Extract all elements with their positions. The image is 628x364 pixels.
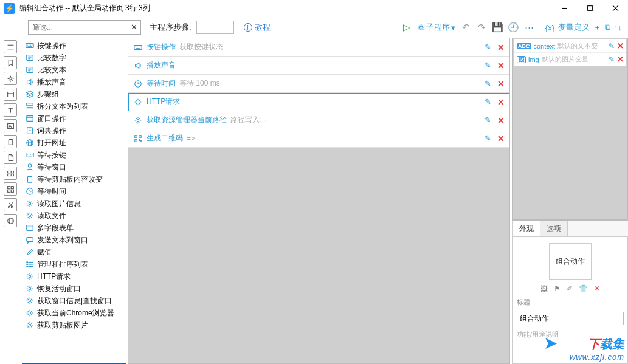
tutorial-link[interactable]: i教程 [244, 22, 271, 33]
more-icon[interactable]: ⋯ [525, 22, 534, 32]
actionlib-item[interactable]: 等待时间 [22, 185, 126, 197]
rail-windows-icon[interactable] [4, 167, 17, 180]
shirt-icon[interactable]: 👕 [579, 284, 588, 293]
rail-gear-icon[interactable] [4, 72, 17, 85]
var-delete-icon[interactable]: ✕ [617, 41, 624, 50]
actionlib-item-label: 窗口操作 [37, 114, 66, 124]
actionlib-item[interactable]: 播放声音 [22, 76, 126, 88]
actionlib-item[interactable]: 读取文件 [22, 210, 126, 222]
step-edit-icon[interactable]: ✎ [485, 97, 491, 106]
step-delete-icon[interactable]: ✕ [497, 43, 505, 52]
step-row[interactable]: 等待时间 等待 100 ms ✎ ✕ [128, 75, 509, 93]
main-steps-input[interactable] [196, 21, 234, 34]
actionlib-item[interactable]: 等待剪贴板内容改变 [22, 173, 126, 185]
svg-point-76 [27, 262, 28, 263]
step-delete-icon[interactable]: ✕ [497, 134, 505, 143]
run-icon[interactable]: ▷ [402, 22, 412, 32]
actionlib-item[interactable]: 发送文本到窗口 [22, 234, 126, 246]
svg-rect-45 [27, 103, 33, 106]
actionlib-item-label: 等待时间 [37, 187, 66, 197]
actionlib-item[interactable]: 等待窗口 [22, 161, 126, 173]
var-copy-icon[interactable]: ⧉ [605, 22, 610, 32]
step-delete-icon[interactable]: ✕ [497, 115, 505, 125]
actionlib-item[interactable]: 按键操作 [22, 39, 126, 52]
actionlib-item[interactable]: HTTP请求 [22, 270, 126, 283]
step-edit-icon[interactable]: ✎ [485, 115, 491, 125]
rail-clipboard-icon[interactable] [4, 135, 17, 148]
close-button[interactable] [602, 0, 628, 17]
actionlib-item[interactable]: 比较文本 [22, 64, 126, 76]
svg-point-94 [137, 119, 139, 122]
actionlib-item-label: 等待窗口 [37, 162, 66, 173]
step-edit-icon[interactable]: ✎ [485, 43, 491, 52]
actionlib-item[interactable]: 赋值 [22, 246, 126, 258]
minimize-button[interactable] [551, 0, 577, 17]
step-detail: 获取按键状态 [179, 42, 223, 52]
actionlib-item[interactable]: 词典操作 [22, 125, 126, 137]
var-edit-icon[interactable]: ✎ [609, 42, 615, 50]
var-add-icon[interactable]: ＋ [593, 22, 601, 33]
tab-options[interactable]: 选项 [540, 221, 568, 236]
step-edit-icon[interactable]: ✎ [485, 79, 491, 88]
actionlib-item[interactable]: 拆分文本为列表 [22, 100, 126, 112]
actionlib-item[interactable]: 多字段表单 [22, 222, 126, 234]
subroutine-dropdown[interactable]: ♽ 子程序 ▾ [418, 22, 455, 33]
variable-row[interactable]: ABC context 默认的文本变 ✎ ✕ [514, 39, 626, 53]
actionlib-item-label: 步骤组 [37, 89, 59, 100]
flag-icon[interactable]: ⚑ [554, 284, 561, 293]
var-delete-icon[interactable]: ✕ [617, 55, 624, 64]
rail-menu-icon[interactable] [4, 40, 17, 53]
step-row[interactable]: 播放声音 ✎ ✕ [128, 57, 509, 75]
variable-row[interactable]: 🖼 img 默认的图片变量 ✎ ✕ [514, 53, 626, 66]
history-icon[interactable]: 🕘 [509, 22, 519, 32]
actionlib-item[interactable]: 打开网址 [22, 137, 126, 149]
rail-bookmark-icon[interactable] [4, 56, 17, 69]
filter-wrap: ✕ [28, 20, 141, 35]
step-delete-icon[interactable]: ✕ [497, 97, 505, 107]
rail-window-icon[interactable] [4, 88, 17, 101]
actionlib-item[interactable]: 获取当前Chrome浏览器 [22, 307, 126, 319]
step-edit-icon[interactable]: ✎ [485, 61, 491, 70]
maximize-button[interactable] [577, 0, 602, 17]
step-row[interactable]: 获取资源管理器当前路径 路径写入: - ✎ ✕ [128, 111, 509, 129]
rail-grid-icon[interactable] [4, 182, 17, 196]
var-sort-icon[interactable]: ↑↓ [614, 23, 622, 32]
rail-image-icon[interactable] [4, 119, 17, 132]
step-delete-icon[interactable]: ✕ [497, 61, 505, 70]
actionlib-item[interactable]: 管理和排序列表 [22, 258, 126, 270]
actionlib-item[interactable]: 读取图片信息 [22, 197, 126, 210]
info-icon: i [244, 23, 252, 32]
eyedropper-icon[interactable]: ✐ [567, 284, 573, 293]
actionlib-item[interactable]: 恢复活动窗口 [22, 283, 126, 295]
actionlib-item-icon [25, 150, 35, 160]
var-edit-icon[interactable]: ✎ [609, 55, 615, 64]
undo-icon[interactable]: ↶ [461, 22, 471, 32]
actionlib-item[interactable]: 窗口操作 [22, 112, 126, 125]
tab-appearance[interactable]: 外观 [512, 221, 540, 236]
redo-icon[interactable]: ↷ [477, 22, 487, 32]
filter-clear-icon[interactable]: ✕ [129, 22, 139, 32]
svg-rect-99 [140, 140, 142, 142]
actionlib-item[interactable]: 获取剪贴板图片 [22, 319, 126, 331]
rail-cut-icon[interactable] [4, 198, 17, 211]
step-row[interactable]: 按键操作 获取按键状态 ✎ ✕ [128, 38, 509, 57]
rail-text-icon[interactable] [4, 103, 17, 117]
rail-file-icon[interactable] [4, 151, 17, 164]
title-field-input[interactable] [517, 312, 624, 325]
actionlib-item[interactable]: 比较数字 [22, 52, 126, 64]
main-steps-label: 主程序步骤: [150, 22, 192, 33]
save-icon[interactable]: 💾 [493, 22, 503, 32]
delete-icon[interactable]: ✕ [594, 284, 600, 293]
step-edit-icon[interactable]: ✎ [485, 134, 491, 143]
actionlib-item[interactable]: 步骤组 [22, 88, 126, 100]
image-icon[interactable]: 🖼 [540, 284, 548, 293]
step-row[interactable]: HTTP请求 ✎ ✕ [128, 93, 509, 111]
step-row[interactable]: 生成二维码 => - ✎ ✕ [128, 129, 509, 148]
step-delete-icon[interactable]: ✕ [497, 79, 505, 89]
actionlib-item[interactable]: 获取窗口信息|查找窗口 [22, 295, 126, 307]
filter-input[interactable] [28, 20, 141, 35]
actionlib-item-icon [25, 89, 35, 99]
actionlib-item[interactable]: 等待按键 [22, 149, 126, 161]
rail-globe-icon[interactable] [4, 214, 17, 227]
actionlib-item-label: 拆分文本为列表 [37, 101, 88, 112]
